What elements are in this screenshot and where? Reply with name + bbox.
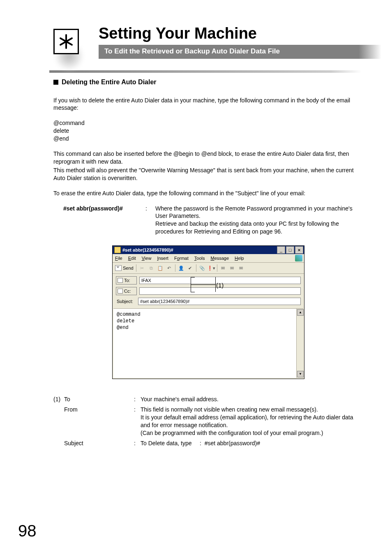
section-heading-text: Deleting the Entire Auto Dialer (62, 78, 157, 87)
legend-block: (1) To : Your machine's email address. F… (53, 395, 363, 447)
command-line: @command (53, 119, 363, 127)
definition-row: #set abbr(password)# : Where the passwor… (53, 205, 363, 236)
legend-label: Subject (64, 439, 134, 447)
page-header: Setting Your Machine To Edit the Retriev… (0, 0, 392, 59)
menu-bar: File Edit View Insert Format Tools Messa… (113, 254, 304, 263)
priority-icon[interactable]: ❗▾ (208, 265, 214, 271)
body-paragraph: This method will also prevent the "Overw… (53, 166, 363, 182)
window-title: #set abbr(1234567890)# (122, 247, 276, 253)
subject-label: Subject: (116, 298, 136, 305)
legend-label: From (64, 406, 134, 414)
definition-colon: : (145, 205, 155, 213)
scroll-up-icon[interactable]: ▲ (297, 309, 304, 316)
content-area: Deleting the Entire Auto Dialer If you w… (53, 78, 363, 447)
command-block: @command delete @end (53, 119, 363, 143)
menu-format[interactable]: Format (174, 255, 189, 261)
message-body-text[interactable]: @command delete @end (113, 309, 296, 378)
legend-row: Subject : To Delete data, type : #set ab… (53, 439, 363, 447)
subject-field[interactable]: #set abbr(1234567890)# (138, 298, 301, 305)
definition-term: #set abbr(password)# (53, 205, 145, 213)
menu-insert[interactable]: Insert (157, 255, 168, 261)
command-line: @end (53, 135, 363, 143)
window-titlebar: #set abbr(1234567890)# _ □ × (113, 246, 304, 254)
cc-button[interactable]: Cc: (116, 287, 137, 295)
close-button[interactable]: × (295, 246, 303, 254)
menu-help[interactable]: Help (235, 255, 244, 261)
chapter-icon (53, 29, 79, 54)
email-client-window: #set abbr(1234567890)# _ □ × File Edit V… (112, 245, 304, 379)
send-button[interactable]: Send (115, 265, 134, 271)
address-book-icon (118, 278, 123, 283)
app-logo-icon (295, 255, 302, 261)
section-heading: Deleting the Entire Auto Dialer (53, 78, 363, 87)
scroll-down-icon[interactable]: ▼ (297, 371, 304, 377)
minimize-button[interactable]: _ (277, 246, 285, 254)
command-line: delete (53, 127, 363, 135)
encrypt-icon[interactable]: ✉ (229, 265, 235, 271)
check-names-icon[interactable]: 👤 (178, 265, 184, 271)
attach-icon[interactable]: 📎 (199, 265, 205, 271)
legend-desc: This field is normally not visible when … (141, 406, 363, 437)
maximize-button[interactable]: □ (286, 246, 294, 254)
callout-number: (1) (216, 281, 224, 289)
cc-label: Cc: (124, 288, 131, 294)
body-paragraph: To erase the entire Auto Dialer data, ty… (53, 190, 363, 197)
page-number: 98 (18, 522, 37, 540)
spelling-icon[interactable]: ✔ (187, 265, 194, 271)
copy-icon[interactable]: ⧉ (148, 265, 154, 271)
body-paragraph: This command can also be inserted before… (53, 150, 363, 166)
definition-description: Where the password is the Remote Passwor… (155, 205, 363, 236)
intro-paragraph: If you wish to delete the entire Auto Di… (53, 97, 363, 112)
to-label: To: (124, 278, 130, 284)
paste-icon[interactable]: 📋 (157, 265, 164, 271)
address-book-icon (118, 289, 123, 294)
header-divider (49, 70, 362, 73)
chapter-title: Setting Your Machine (99, 25, 392, 42)
cut-icon[interactable]: ✂ (139, 265, 145, 271)
legend-label: To (64, 395, 134, 403)
send-label: Send (123, 265, 134, 271)
scrollbar[interactable]: ▲ ▼ (296, 309, 303, 378)
menu-message[interactable]: Message (210, 255, 229, 261)
menu-edit[interactable]: Edit (128, 255, 136, 261)
to-button[interactable]: To: (116, 276, 137, 284)
legend-desc: To Delete data, type : #set abbr(passwor… (141, 439, 363, 447)
message-body: @command delete @end ▲ ▼ (113, 308, 303, 378)
offline-icon[interactable]: ✉ (238, 265, 244, 271)
toolbar: Send ✂ ⧉ 📋 ↶ 👤 ✔ 📎 ❗▾ ✉ ✉ ✉ (113, 263, 304, 274)
legend-row: (1) To : Your machine's email address. (53, 395, 363, 403)
send-icon (115, 265, 122, 271)
legend-row: From : This field is normally not visibl… (53, 406, 363, 437)
chapter-subheading-bar: To Edit the Retrieved or Backup Auto Dia… (99, 45, 381, 59)
menu-file[interactable]: File (115, 255, 122, 261)
window-title-icon (114, 247, 121, 253)
undo-icon[interactable]: ↶ (166, 265, 173, 271)
subject-row: Subject: #set abbr(1234567890)# (116, 298, 301, 305)
menu-tools[interactable]: Tools (194, 255, 205, 261)
legend-desc: Your machine's email address. (141, 395, 363, 403)
square-bullet-icon (53, 80, 58, 85)
legend-number: (1) (53, 395, 64, 403)
sign-icon[interactable]: ✉ (220, 265, 226, 271)
asterisk-box-icon (53, 29, 79, 54)
menu-view[interactable]: View (142, 255, 152, 261)
